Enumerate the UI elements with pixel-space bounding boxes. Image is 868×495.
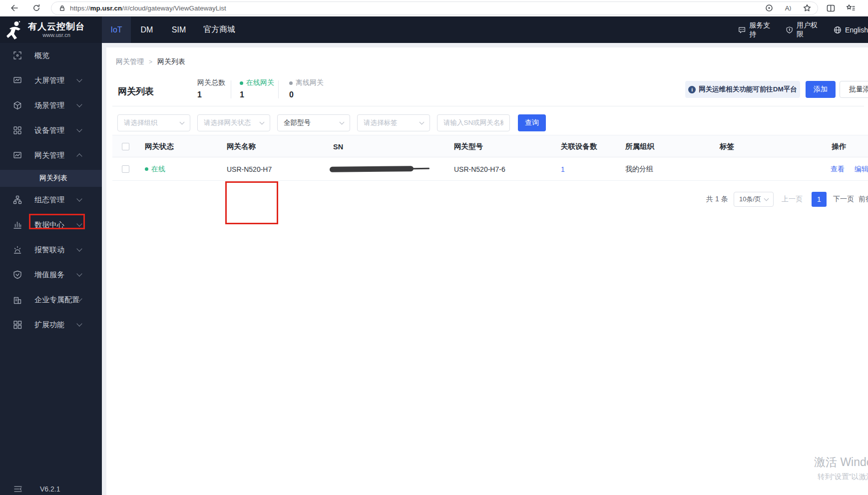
sn-value xyxy=(330,157,414,181)
divider xyxy=(278,80,279,98)
gateway-icon xyxy=(13,151,22,160)
service-support[interactable]: 服务支持 xyxy=(738,21,774,39)
sidebar-item-gateway[interactable]: 网关管理 xyxy=(0,143,102,168)
chevron-down-icon xyxy=(76,101,82,107)
view-link[interactable]: 查看 xyxy=(831,157,845,181)
sn-redaction-scribble xyxy=(330,166,414,172)
status-badge: 在线 xyxy=(145,157,165,181)
gateway-model: USR-N520-H7-6 xyxy=(454,157,505,181)
scada-icon xyxy=(13,195,22,204)
sidebar-item-enterprise-config[interactable]: 企业专属配置 xyxy=(0,287,102,312)
sidebar-item-scene[interactable]: 场景管理 xyxy=(0,93,102,118)
shield-icon xyxy=(786,26,793,34)
datacenter-icon xyxy=(13,220,22,229)
scene-icon xyxy=(13,101,22,110)
service-support-label: 服务支持 xyxy=(749,21,774,39)
chevron-down-icon xyxy=(76,76,82,82)
app-header: 有人云控制台 www.usr.cn IoT DM SIM 官方商城 服务支持 用… xyxy=(0,16,868,43)
row-checkbox[interactable] xyxy=(122,165,129,173)
add-button[interactable]: 添加 xyxy=(806,81,836,98)
col-gateway-name: 网关名称 xyxy=(227,135,256,158)
sidebar-item-bigscreen[interactable]: 大屏管理 xyxy=(0,68,102,93)
windows-activation-watermark: 激活 Windows 转到“设置”以激活 xyxy=(814,455,868,482)
sidebar-item-gateway-list[interactable]: 网关列表 xyxy=(0,170,102,187)
collections-icon[interactable] xyxy=(845,1,856,14)
chevron-down-icon xyxy=(76,271,82,276)
user-permissions-label: 用户权限 xyxy=(797,21,822,39)
dm-platform-notice: i 网关运维相关功能可前往DM平台 xyxy=(685,81,800,98)
sidebar-item-device[interactable]: 设备管理 xyxy=(0,118,102,143)
chat-icon xyxy=(738,26,746,34)
batch-add-button[interactable]: 批量添加 xyxy=(840,81,868,98)
refresh-icon[interactable] xyxy=(29,1,44,14)
logo[interactable]: 有人云控制台 www.usr.cn xyxy=(0,16,102,43)
chevron-down-icon xyxy=(764,196,769,201)
content-card: 网关管理 > 网关列表 网关列表 网关总数 1 在线网关 1 离线网关 0 i … xyxy=(106,47,868,495)
prev-page-button[interactable]: 上一页 xyxy=(782,195,803,204)
enterprise-icon xyxy=(13,295,22,304)
language-switch[interactable]: English xyxy=(834,26,868,34)
model-select[interactable]: 全部型号 xyxy=(277,114,350,131)
splitscreen-icon[interactable] xyxy=(825,1,836,14)
tab-sim[interactable]: SIM xyxy=(164,16,194,43)
chevron-down-icon xyxy=(76,126,82,132)
globe-icon xyxy=(834,26,842,34)
sidebar-item-alarm[interactable]: 报警联动 xyxy=(0,237,102,262)
sidebar-item-overview[interactable]: 概览 xyxy=(0,43,102,68)
sidebar-item-datacenter[interactable]: 数据中心 xyxy=(0,212,102,237)
tab-dm[interactable]: DM xyxy=(133,16,161,43)
breadcrumb-parent[interactable]: 网关管理 xyxy=(116,57,144,66)
breadcrumb-separator: > xyxy=(149,58,152,65)
sidebar-item-extensions[interactable]: 扩展功能 xyxy=(0,312,102,337)
org-name: 我的分组 xyxy=(625,157,653,181)
online-dot-icon xyxy=(240,81,243,85)
next-page-button[interactable]: 下一页 xyxy=(833,195,854,204)
tab-official-mall[interactable]: 官方商城 xyxy=(197,16,241,43)
stat-offline: 离线网关 0 xyxy=(289,78,324,99)
col-device-count: 关联设备数 xyxy=(561,135,597,158)
browser-bar: https://mp.usr.cn/#/cloud/gateway/ViewGa… xyxy=(0,0,868,16)
col-actions: 操作 xyxy=(832,135,846,158)
table-header: 网关状态 网关名称 SN 网关型号 关联设备数 所属组织 标签 操作 xyxy=(112,135,868,157)
usr-logo-icon xyxy=(6,20,24,39)
col-org: 所属组织 xyxy=(625,135,654,158)
target-icon[interactable] xyxy=(764,1,775,14)
page-size-select[interactable]: 10条/页 xyxy=(734,192,774,207)
select-all-checkbox[interactable] xyxy=(122,143,129,150)
tag-select[interactable]: 请选择标签 xyxy=(357,114,430,131)
readaloud-icon[interactable]: A) xyxy=(783,1,794,14)
back-icon[interactable] xyxy=(6,1,21,14)
app-subtitle: www.usr.cn xyxy=(42,32,70,38)
alarm-icon xyxy=(13,245,22,254)
user-permissions[interactable]: 用户权限 xyxy=(786,21,822,39)
col-gateway-status: 网关状态 xyxy=(145,135,174,158)
pagination: 共 1 条 10条/页 上一页 1 下一页 前往 xyxy=(106,191,868,207)
col-tag: 标签 xyxy=(720,135,734,158)
jump-to-label: 前往 xyxy=(859,195,868,204)
extend-icon xyxy=(13,320,22,329)
org-select[interactable]: 请选择组织 xyxy=(117,114,190,131)
breadcrumb: 网关管理 > 网关列表 xyxy=(116,57,185,66)
divider xyxy=(112,106,864,106)
vas-icon xyxy=(13,270,22,279)
query-button[interactable]: 查询 xyxy=(518,114,546,131)
sidebar-item-value-added[interactable]: 增值服务 xyxy=(0,262,102,287)
online-dot-icon xyxy=(145,167,148,171)
gateway-status-select[interactable]: 请选择网关状态 xyxy=(197,114,270,131)
address-bar[interactable]: https://mp.usr.cn/#/cloud/gateway/ViewGa… xyxy=(51,1,818,15)
table-row: 在线 USR-N520-H7 USR-N520-H7-6 1 我的分组 查看 编… xyxy=(112,157,868,181)
total-count: 共 1 条 xyxy=(706,195,728,204)
search-input[interactable]: 请输入SN或网关名称 xyxy=(437,114,510,131)
collapse-sidebar-icon[interactable] xyxy=(14,486,22,493)
stat-online: 在线网关 1 xyxy=(240,78,274,99)
overview-icon xyxy=(13,51,22,60)
sidebar-item-scada[interactable]: 组态管理 xyxy=(0,187,102,212)
col-gateway-model: 网关型号 xyxy=(454,135,483,158)
tab-iot[interactable]: IoT xyxy=(102,16,131,43)
device-count-link[interactable]: 1 xyxy=(561,157,565,181)
chevron-down-icon xyxy=(180,120,185,125)
edit-link[interactable]: 编辑 xyxy=(855,157,868,181)
favorite-icon[interactable] xyxy=(802,1,813,14)
language-label: English xyxy=(845,26,868,34)
page-1-button[interactable]: 1 xyxy=(812,192,827,207)
